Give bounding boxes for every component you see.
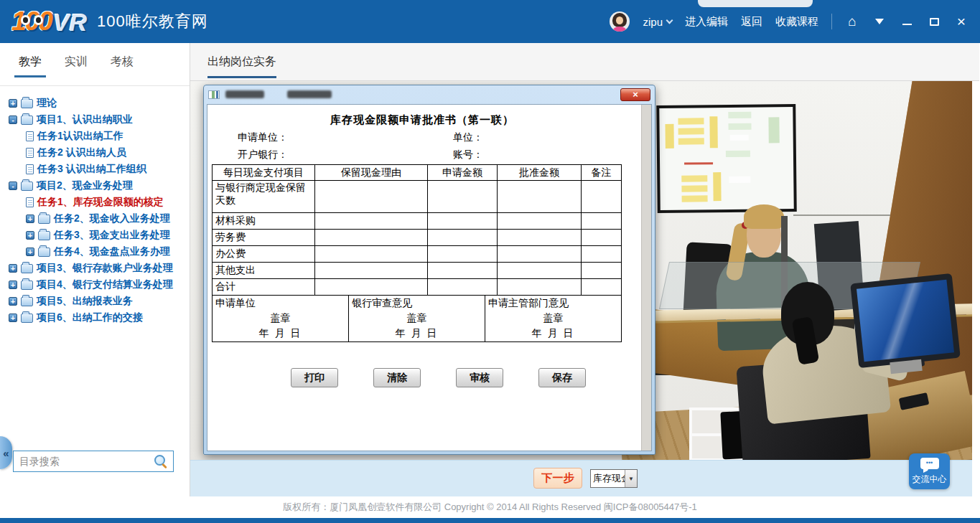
input-cell[interactable]: [498, 181, 582, 213]
tree-item-label: 项目4、银行支付结算业务处理: [37, 278, 173, 291]
expander-icon[interactable]: +: [9, 99, 17, 108]
close-button[interactable]: ×: [954, 14, 969, 29]
input-cell[interactable]: [428, 246, 498, 263]
folder-icon: [38, 231, 50, 240]
tree-item-project3[interactable]: + 项目3、银行存款账户业务处理: [4, 260, 185, 276]
home-icon[interactable]: ⌂: [845, 14, 859, 29]
tree-item-theory[interactable]: + 理论: [4, 95, 185, 111]
folder-icon: [21, 99, 33, 108]
dialog-scrollbar[interactable]: [641, 105, 651, 451]
save-button[interactable]: 保存: [538, 368, 586, 387]
expander-icon[interactable]: +: [9, 281, 17, 289]
header-right: zipu 进入编辑 返回 收藏课程 ⌂ ×: [610, 11, 969, 32]
tab-training[interactable]: 实训: [65, 55, 88, 77]
expander-icon[interactable]: +: [9, 264, 17, 273]
whiteboard-flowchart: [656, 104, 797, 213]
menu-favorite-course[interactable]: 收藏课程: [775, 15, 818, 29]
stage-select-value: 库存现金[: [591, 470, 625, 487]
tree-item-project5[interactable]: + 项目5、出纳报表业务: [4, 293, 185, 309]
stamp-label: 盖章: [215, 312, 345, 325]
input-cell[interactable]: [582, 246, 622, 263]
table-row: 办公费: [213, 246, 622, 263]
input-cell[interactable]: [428, 181, 498, 213]
input-cell[interactable]: [315, 213, 428, 230]
input-cell[interactable]: [428, 263, 498, 279]
expander-icon[interactable]: +: [26, 231, 34, 240]
expander-icon[interactable]: -: [9, 116, 17, 124]
input-cell[interactable]: [582, 181, 622, 213]
minimize-button[interactable]: [900, 14, 914, 29]
input-cell[interactable]: [315, 246, 428, 263]
input-cell[interactable]: [428, 279, 498, 296]
expander-icon[interactable]: +: [9, 297, 17, 306]
col-header: 保留现金理由: [315, 165, 428, 181]
maximize-button[interactable]: [927, 14, 941, 29]
tree-item-project1[interactable]: - 项目1、认识出纳职业: [4, 111, 185, 128]
user-avatar[interactable]: [610, 11, 630, 32]
input-cell[interactable]: [498, 230, 582, 246]
input-cell[interactable]: [582, 279, 622, 296]
review-button[interactable]: 审核: [456, 368, 503, 387]
dropdown-arrow-icon[interactable]: [872, 14, 887, 29]
tree-item-task1-3[interactable]: 任务3 认识出纳工作组织: [4, 161, 185, 177]
tree-item-project2[interactable]: - 项目2、现金业务处理: [4, 177, 185, 194]
tree-item-task2-3[interactable]: + 任务3、现金支出业务处理: [4, 227, 185, 243]
expander-icon[interactable]: +: [26, 215, 34, 223]
col-header: 批准金额: [498, 165, 582, 181]
input-cell[interactable]: [315, 263, 428, 279]
menu-enter-edit[interactable]: 进入编辑: [685, 15, 728, 29]
cash-limit-dialog: × 库存现金限额申请批准书（第一联） 申请单位： 单位： 开户银行：: [203, 85, 655, 455]
input-cell[interactable]: [315, 230, 428, 246]
tree-item-task2-1-selected[interactable]: 任务1、库存现金限额的核定: [4, 194, 185, 210]
input-cell[interactable]: [498, 246, 582, 263]
expander-icon[interactable]: +: [9, 314, 17, 322]
tree-item-task1-2[interactable]: 任务2 认识出纳人员: [4, 144, 185, 161]
chat-center-button[interactable]: ••• 交流中心: [909, 453, 950, 489]
next-step-button[interactable]: 下一步: [533, 468, 582, 489]
clear-button[interactable]: 清除: [373, 368, 421, 387]
input-cell[interactable]: [582, 263, 622, 279]
tree-item-project4[interactable]: + 项目4、银行支付结算业务处理: [4, 276, 185, 293]
tree-item-task2-2[interactable]: + 任务2、现金收入业务处理: [4, 210, 185, 227]
input-cell[interactable]: [428, 230, 498, 246]
tree-item-project6[interactable]: + 项目6、出纳工作的交接: [4, 309, 185, 326]
action-bar: 下一步 库存现金[ ▼: [190, 460, 972, 496]
input-cell[interactable]: [315, 181, 428, 213]
select-arrow-icon[interactable]: ▼: [625, 470, 637, 487]
dialog-titlebar[interactable]: ×: [204, 85, 655, 103]
stamp-label: 盖章: [488, 312, 618, 325]
chevron-down-icon: [666, 17, 673, 24]
input-cell[interactable]: [428, 213, 498, 230]
input-cell[interactable]: [498, 279, 582, 296]
avatar-shirt: [613, 27, 626, 32]
folder-icon: [21, 314, 33, 323]
tab-teaching[interactable]: 教学: [19, 55, 42, 77]
tab-cashier-practice[interactable]: 出纳岗位实务: [207, 55, 276, 78]
tree-item-label: 项目5、出纳报表业务: [37, 295, 133, 308]
input-cell[interactable]: [582, 213, 622, 230]
input-cell[interactable]: [498, 263, 582, 279]
stage-select[interactable]: 库存现金[ ▼: [590, 469, 638, 488]
search-icon[interactable]: [154, 455, 167, 468]
menu-back[interactable]: 返回: [741, 15, 762, 29]
expander-icon[interactable]: +: [26, 248, 34, 256]
dialog-body: 库存现金限额申请批准书（第一联） 申请单位： 单位： 开户银行： 账号：: [207, 104, 652, 451]
tab-assessment[interactable]: 考核: [111, 55, 134, 77]
input-cell[interactable]: [315, 279, 428, 296]
course-tree: + 理论 - 项目1、认识出纳职业 任务1认识出纳工作 任务2 认识出纳人员: [0, 86, 190, 334]
user-menu[interactable]: zipu: [643, 16, 672, 28]
input-cell[interactable]: [498, 213, 582, 230]
site-logo[interactable]: 100 VR: [11, 6, 87, 37]
print-button[interactable]: 打印: [291, 368, 338, 387]
logo-100: 100: [11, 6, 52, 37]
tree-item-task1-1[interactable]: 任务1认识出纳工作: [4, 128, 185, 144]
divider: [831, 14, 832, 29]
tree-item-task2-4[interactable]: + 任务4、现金盘点业务办理: [4, 243, 185, 260]
footer: 版权所有：厦门凤凰创壹软件有限公司 Copyright © 2014 All R…: [0, 496, 980, 518]
search-input[interactable]: [19, 456, 154, 467]
expander-icon[interactable]: -: [9, 182, 17, 190]
dialog-close-button[interactable]: ×: [620, 88, 650, 101]
input-cell[interactable]: [582, 230, 622, 246]
cash-limit-form: 库存现金限额申请批准书（第一联） 申请单位： 单位： 开户银行： 账号：: [210, 105, 634, 387]
collapse-sidebar-handle[interactable]: «: [0, 436, 12, 469]
